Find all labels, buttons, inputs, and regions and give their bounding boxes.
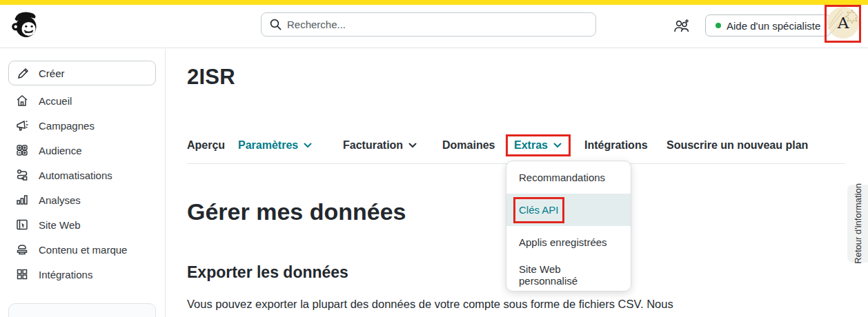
automation-icon xyxy=(14,168,29,183)
sidebar-nav: Accueil Campagnes Audience xyxy=(0,88,166,287)
tab-facturation[interactable]: Facturation xyxy=(343,135,417,156)
page-title: Gérer mes données xyxy=(187,198,406,225)
specialist-help-label: Aide d'un spécialiste xyxy=(727,20,820,32)
sidebar-item-label: Audience xyxy=(39,145,82,156)
create-button-label: Créer xyxy=(39,68,65,79)
sidebar-item-label: Site Web xyxy=(39,219,81,231)
avatar[interactable]: A xyxy=(827,7,859,39)
freddie-icon xyxy=(10,10,40,40)
website-icon xyxy=(14,218,29,232)
sidebar: Créer Accueil Campagnes xyxy=(0,49,166,317)
tab-integrations[interactable]: Intégrations xyxy=(584,135,648,156)
menu-item-label: Applis enregistrées xyxy=(519,236,607,248)
tab-domaines[interactable]: Domaines xyxy=(442,135,495,156)
tab-parametres[interactable]: Paramètres xyxy=(238,135,312,156)
brand-icon xyxy=(14,243,29,257)
tab-label: Extras xyxy=(514,139,548,152)
sidebar-item-label: Contenu et marque xyxy=(39,244,127,256)
tab-apercu[interactable]: Aperçu xyxy=(187,135,225,156)
pencil-icon xyxy=(17,67,30,80)
tab-label: Domaines xyxy=(442,139,495,152)
menu-item-label: Site Web personnalisé xyxy=(519,263,618,287)
chevron-down-icon xyxy=(304,143,312,148)
sidebar-footer-box xyxy=(8,303,156,317)
sidebar-item-accueil[interactable]: Accueil xyxy=(0,88,166,113)
sidebar-item-label: Campagnes xyxy=(39,120,95,132)
sidebar-item-audience[interactable]: Audience xyxy=(0,138,166,163)
search-input-wrapper[interactable] xyxy=(261,12,596,37)
tab-label: Souscrire un nouveau plan xyxy=(667,139,808,152)
sidebar-item-label: Intégrations xyxy=(39,269,92,280)
tab-souscrire-nouveau-plan[interactable]: Souscrire un nouveau plan xyxy=(667,135,808,156)
chevron-down-icon xyxy=(553,143,562,148)
tab-label: Intégrations xyxy=(584,139,648,152)
brand-accent-bar xyxy=(0,0,868,5)
sidebar-item-analyses[interactable]: Analyses xyxy=(0,187,166,212)
menu-item-label: Recommandations xyxy=(519,172,605,183)
menu-item-site-web-personnalise[interactable]: Site Web personnalisé xyxy=(506,258,631,291)
tab-extras[interactable]: Extras xyxy=(514,135,562,156)
menu-item-label: Clés API xyxy=(519,204,559,216)
section-title: Exporter les données xyxy=(187,263,348,282)
app-header: Aide d'un spécialiste A xyxy=(0,5,868,48)
menu-item-recommandations[interactable]: Recommandations xyxy=(506,161,631,194)
avatar-initial: A xyxy=(838,14,849,32)
bar-chart-icon xyxy=(14,193,29,207)
tab-label: Aperçu xyxy=(187,139,225,152)
menu-item-cles-api[interactable]: Clés API xyxy=(506,194,631,226)
feedback-tab-label: Retour d'information xyxy=(853,183,863,264)
search-icon xyxy=(270,19,282,30)
search-input[interactable] xyxy=(287,19,587,30)
home-icon xyxy=(14,94,29,108)
sidebar-item-label: Accueil xyxy=(39,95,72,107)
chevron-down-icon xyxy=(408,143,417,148)
people-icon xyxy=(14,143,29,158)
account-title: 2ISR xyxy=(187,65,235,90)
megaphone-icon xyxy=(14,119,29,133)
sidebar-item-campagnes[interactable]: Campagnes xyxy=(0,113,166,138)
online-status-dot xyxy=(716,23,721,28)
create-button[interactable]: Créer xyxy=(8,61,156,85)
grid-icon xyxy=(14,267,29,282)
sidebar-item-integrations[interactable]: Intégrations xyxy=(0,262,166,287)
body-text: Vous pouvez exporter la plupart des donn… xyxy=(187,298,711,311)
sidebar-item-label: Automatisations xyxy=(39,170,112,181)
sidebar-item-label: Analyses xyxy=(39,194,81,206)
sidebar-item-automatisations[interactable]: Automatisations xyxy=(0,163,166,187)
extras-dropdown-menu: Recommandations Clés API Applis enregist… xyxy=(506,161,631,292)
specialist-help-button[interactable]: Aide d'un spécialiste xyxy=(705,14,831,37)
feedback-tab[interactable]: Retour d'information xyxy=(847,185,868,263)
tab-label: Facturation xyxy=(343,139,403,152)
add-contacts-icon[interactable] xyxy=(673,17,691,35)
tab-label: Paramètres xyxy=(238,139,298,152)
mailchimp-logo[interactable] xyxy=(10,10,40,40)
sidebar-item-site-web[interactable]: Site Web xyxy=(0,212,166,237)
sidebar-item-contenu-et-marque[interactable]: Contenu et marque xyxy=(0,237,166,262)
menu-item-applis-enregistrees[interactable]: Applis enregistrées xyxy=(506,226,631,258)
